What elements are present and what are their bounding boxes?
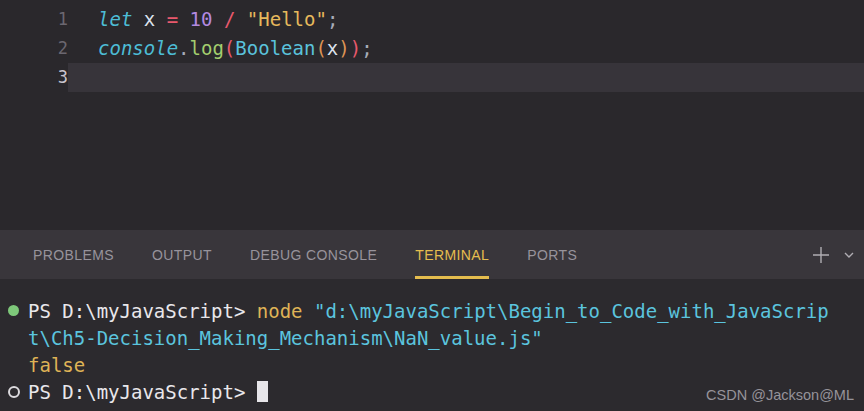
terminal-line: t\Ch5-Decision_Making_Mechanism\NaN_valu… (8, 324, 864, 351)
terminal-cursor (257, 381, 268, 402)
code-editor[interactable]: 1let x = 10 / "Hello";2console.log(Boole… (0, 0, 864, 230)
code-token: log (190, 37, 224, 59)
tab-output[interactable]: OUTPUT (152, 230, 212, 279)
code-token: x (144, 8, 155, 30)
code-line[interactable]: 1let x = 10 / "Hello"; (0, 5, 864, 34)
code-token (155, 8, 166, 30)
code-token (178, 8, 189, 30)
line-number: 3 (0, 63, 68, 92)
code-text: let x = 10 / "Hello"; (68, 5, 864, 34)
code-token: 10 (190, 8, 213, 30)
panel-actions (810, 230, 858, 279)
code-token: x (327, 37, 338, 59)
code-token: ) (338, 37, 349, 59)
code-token: "Hello" (247, 8, 327, 30)
tab-terminal[interactable]: TERMINAL (415, 230, 489, 279)
terminal-text: node (257, 300, 314, 322)
vscode-window: 1let x = 10 / "Hello";2console.log(Boole… (0, 0, 864, 411)
tab-ports[interactable]: PORTS (527, 230, 577, 279)
code-token (235, 8, 246, 30)
plus-icon[interactable] (810, 244, 832, 266)
terminal-line: false (8, 351, 864, 378)
green-dot-icon (8, 305, 19, 316)
tab-problems[interactable]: PROBLEMS (33, 230, 114, 279)
terminal-text: PS D:\myJavaScript> (28, 381, 257, 403)
code-token: ( (315, 37, 326, 59)
code-token: . (178, 37, 189, 59)
code-token (212, 8, 223, 30)
terminal-text: "d:\myJavaScript\Begin_to_Code_with_Java… (314, 300, 829, 322)
code-token: = (167, 8, 178, 30)
code-token: ( (224, 37, 235, 59)
code-token: console (98, 37, 178, 59)
panel-tab-bar: PROBLEMSOUTPUTDEBUG CONSOLETERMINALPORTS (0, 230, 864, 279)
terminal-text: PS D:\myJavaScript> (28, 300, 257, 322)
code-token: ; (327, 8, 338, 30)
prompt-marker (8, 386, 28, 398)
watermark: CSDN @Jackson@ML (706, 387, 854, 403)
line-number: 1 (0, 5, 68, 34)
code-line[interactable]: 2console.log(Boolean(x)); (0, 34, 864, 63)
chevron-down-icon[interactable] (842, 248, 856, 262)
code-token: let (98, 8, 132, 30)
code-text (68, 63, 864, 92)
code-line[interactable]: 3 (0, 63, 864, 92)
code-token: / (224, 8, 235, 30)
terminal-line: PS D:\myJavaScript> node "d:\myJavaScrip… (8, 297, 864, 324)
bottom-panel: PROBLEMSOUTPUTDEBUG CONSOLETERMINALPORTS… (0, 230, 864, 411)
line-number: 2 (0, 34, 68, 63)
prompt-marker (8, 305, 28, 316)
code-text: console.log(Boolean(x)); (68, 34, 864, 63)
tab-debug-console[interactable]: DEBUG CONSOLE (250, 230, 377, 279)
code-token: ) (350, 37, 361, 59)
code-token: ; (361, 37, 372, 59)
terminal-text: t\Ch5-Decision_Making_Mechanism\NaN_valu… (28, 327, 543, 349)
code-token: Boolean (235, 37, 315, 59)
terminal-text: false (28, 354, 85, 376)
circle-outline-icon (8, 386, 20, 398)
panel-tabs: PROBLEMSOUTPUTDEBUG CONSOLETERMINALPORTS (33, 230, 615, 279)
code-token (132, 8, 143, 30)
